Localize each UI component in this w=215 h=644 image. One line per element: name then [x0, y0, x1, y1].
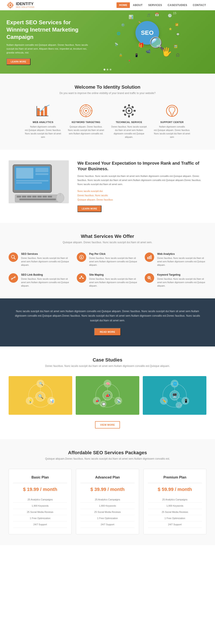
- hero-content: Expert SEO Services for Winning Inetrnet…: [7, 19, 88, 65]
- svg-text:$: $: [81, 256, 82, 259]
- svg-rect-36: [36, 168, 48, 172]
- svg-text:🔗: 🔗: [177, 404, 181, 407]
- about-description: Donec faucibus. Nunc iaculis suscipit du…: [77, 174, 206, 186]
- hero-section: Expert SEO Services for Winning Inetrnet…: [0, 10, 215, 74]
- nav-contact[interactable]: CONTACT: [190, 2, 208, 8]
- services-subtitle: Quisque aliquam. Donec faucibus. Nunc ia…: [9, 241, 206, 244]
- case-studies-subtitle: Donec faucibus. Nunc iaculis suscipit du…: [9, 364, 206, 368]
- svg-text:📡: 📡: [117, 399, 121, 403]
- chart-icon: 📊: [129, 14, 133, 19]
- case-study-2-illustration: 🧠 📡 📣 💬 📣: [91, 379, 124, 412]
- case-grid: 🔍 📊 💡 🔍 🧠 📡 📣: [9, 376, 206, 415]
- logo-text: IDENTITY SEO SOLUTIONS: [16, 2, 35, 8]
- svg-line-63: [80, 277, 82, 278]
- services-section: What Services We Offer Quisque aliquam. …: [0, 223, 215, 298]
- about-image: [9, 160, 69, 203]
- about-links: Nunc iaculis suscipit dui. Donec faucibu…: [77, 189, 206, 202]
- music-icon: 🎵: [147, 14, 150, 17]
- nav-about[interactable]: ABOUT: [130, 2, 145, 8]
- logo: IDENTITY SEO SOLUTIONS: [7, 1, 35, 9]
- svg-rect-60: [79, 278, 81, 279]
- svg-rect-29: [131, 113, 134, 116]
- service-sitemap-desc: Donec faucibus. Nunc iaculis suscipit du…: [89, 277, 138, 288]
- keyword-icon-wrap: [79, 103, 94, 118]
- hand-icon: 🖐️: [161, 47, 172, 57]
- read-more-button[interactable]: READ MORE: [94, 328, 121, 336]
- pricing-basic: Basic Plan $ 19.99 / month 25 Analytics …: [9, 469, 72, 534]
- basic-feature-3: 25 Social Media Reviews: [13, 509, 67, 515]
- technical-icon-wrap: [121, 103, 136, 118]
- nav-services[interactable]: SERVICES: [146, 2, 164, 8]
- navbar: IDENTITY SEO SOLUTIONS HOME ABOUT SERVIC…: [0, 0, 215, 10]
- about-link-2[interactable]: Donec faucibus. Nunc iaculis: [77, 194, 206, 198]
- premium-feature-2: 1,900 Keywords: [148, 503, 202, 509]
- svg-point-6: [10, 4, 11, 6]
- number15-icon: 15: [173, 12, 176, 15]
- hero-learn-more-button[interactable]: LEARN MORE: [7, 58, 31, 65]
- service-linkbuilding-icon: [9, 273, 18, 283]
- svg-line-68: [150, 278, 151, 280]
- service-linkbuilding-title: SEO Link Buiding: [21, 273, 70, 276]
- hero-carousel-dots: [104, 69, 111, 70]
- hero-title: Expert SEO Services for Winning Inetrnet…: [7, 19, 88, 40]
- pricing-advanced: Advanced Plan $ 39.99 / month 25 Analyti…: [76, 469, 139, 534]
- support-center-icon: [165, 104, 179, 118]
- svg-text:📱: 📱: [184, 399, 188, 403]
- dot-1[interactable]: [104, 69, 105, 70]
- star-icon: ⭐: [169, 28, 172, 30]
- svg-text:🖥️: 🖥️: [172, 393, 177, 398]
- features-grid: WEB ANALYTICS Nullam dignissem convallis…: [9, 103, 206, 139]
- service-seo-icon: [9, 252, 18, 262]
- service-ppc-info: Pay Per Click Donec faucibus. Nunc iacul…: [89, 252, 138, 267]
- case-card-2: 🧠 📡 📣 💬 📣: [76, 376, 139, 415]
- svg-rect-28: [124, 113, 126, 116]
- feature-technical-title: TECHNICAL SERVICE: [111, 121, 147, 124]
- service-seo-info: SEO Services Donec faucibus. Nunc iaculi…: [21, 252, 70, 267]
- premium-feature-1: 25 Analytics Campaigns: [148, 496, 202, 503]
- dot-2[interactable]: [107, 69, 108, 70]
- service-analytics: Web Analytics Donec faucibus. Nunc iacul…: [145, 252, 206, 267]
- premium-feature-4: 1 Free Optimization: [148, 515, 202, 522]
- svg-point-31: [171, 115, 173, 116]
- dark-section: Nunc iaculis suscipit dui.Nam sit amet s…: [0, 298, 215, 347]
- nav-home[interactable]: HOME: [117, 2, 130, 8]
- welcome-subtitle: Do you want to improve the online visibi…: [9, 92, 206, 95]
- about-title: We Exceed Your Expectation to Improve Ra…: [77, 160, 206, 172]
- about-link-1[interactable]: Nunc iaculis suscipit dui.: [77, 189, 206, 194]
- svg-text:🔍: 🔍: [38, 394, 44, 399]
- feature-support-desc: Nullam dignissem convallis est.Quisque a…: [154, 125, 190, 139]
- feature-analytics-title: WEB ANALYTICS: [25, 121, 61, 124]
- case-card-1: 🔍 📊 💡 🔍: [9, 376, 72, 415]
- view-more-button[interactable]: VIEW MORE: [95, 421, 120, 428]
- phone-icon: 📱: [134, 53, 139, 57]
- nav-links: HOME ABOUT SERVICES CASESTUDIES CONTACT: [117, 2, 208, 8]
- keyword-icon: [147, 276, 152, 280]
- nav-casestudies[interactable]: CASESTUDIES: [165, 2, 190, 8]
- dot-3[interactable]: [110, 69, 111, 70]
- advanced-feature-3: 25 Social Media Reviews: [80, 509, 134, 515]
- advanced-feature-1: 25 Analytics Campaigns: [80, 496, 134, 503]
- svg-rect-56: [149, 256, 150, 259]
- about-content: We Exceed Your Expectation to Improve Ra…: [77, 160, 206, 212]
- service-sitemap: Site Maping Donec faucibus. Nunc iaculis…: [77, 273, 138, 288]
- svg-rect-46: [43, 196, 47, 198]
- sitemap-icon: [79, 276, 84, 280]
- services-grid: SEO Services Donec faucibus. Nunc iaculi…: [9, 252, 206, 288]
- location-icon: 📍: [127, 60, 131, 63]
- pricing-title: Affordable SEO Services Packages: [9, 450, 206, 456]
- svg-rect-26: [124, 106, 126, 108]
- premium-plan-price: $ 59.99 / month: [148, 487, 202, 492]
- analytics-icon-wrap: [36, 103, 51, 118]
- feature-keyword: KEYWORD TARGETING Quisque aliquam. Donec…: [68, 103, 104, 139]
- basic-plan-price: $ 19.99 / month: [13, 487, 67, 492]
- service-linkbuilding: SEO Link Buiding Donec faucibus. Nunc ia…: [9, 273, 70, 288]
- technical-service-icon: [122, 104, 136, 118]
- svg-point-15: [85, 110, 87, 112]
- dark-section-text: Nunc iaculis suscipit dui.Nam sit amet s…: [13, 309, 202, 323]
- feature-keyword-desc: Quisque aliquam. Donec faucibus. Nunc ia…: [68, 125, 104, 136]
- svg-rect-42: [22, 196, 26, 198]
- about-link-3[interactable]: Quisque aliquam. Donec faucibus: [77, 198, 206, 202]
- feature-keyword-title: KEYWORD TARGETING: [68, 121, 104, 124]
- about-learn-more-button[interactable]: LEARN MORE: [77, 206, 101, 212]
- photo-icon: 🖼️: [174, 45, 177, 48]
